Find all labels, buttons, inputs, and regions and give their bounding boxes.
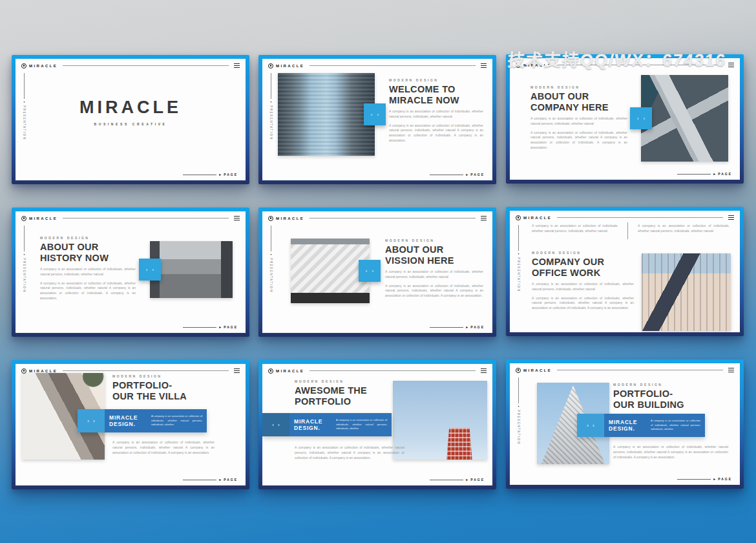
slide-thumbnail-building[interactable]: MIRACLE ▾ PRESENTATION MODERN DESIGN POR… bbox=[506, 359, 744, 489]
feature-banner: ‹ › MIRACLE DESIGN. A company is an asso… bbox=[78, 409, 207, 432]
prev-arrow-icon[interactable]: ‹ bbox=[272, 422, 274, 428]
carousel-nav[interactable]: ‹ › bbox=[78, 409, 105, 432]
slide-thumbnail-villa[interactable]: MIRACLE MODERN DESIGN PORTFOLIO-OUR THE … bbox=[12, 360, 249, 489]
carousel-nav[interactable]: ‹ › bbox=[630, 107, 652, 129]
banner-title: MIRACLE DESIGN. bbox=[109, 414, 147, 427]
slide-photo-office-building bbox=[642, 253, 731, 331]
banner-body: MIRACLE DESIGN. A company is an associat… bbox=[604, 414, 705, 437]
next-arrow-icon[interactable]: › bbox=[372, 268, 374, 274]
cover-subtitle: BUSINESS CREATIVE bbox=[16, 122, 246, 126]
slide-canvas: MIRACLE ▾ PRESENTATION ‹ › MODERN DESIGN… bbox=[262, 59, 492, 180]
slide-thumbnail-history[interactable]: MIRACLE ▾ PRESENTATION ‹ › MODERN DESIGN… bbox=[12, 208, 249, 337]
carousel-nav[interactable]: ‹ › bbox=[262, 413, 289, 436]
slide-canvas: MIRACLE MODERN DESIGN AWESOME THEPORTFOL… bbox=[262, 364, 492, 485]
next-arrow-icon[interactable]: › bbox=[377, 112, 379, 118]
slide-title: ABOUT OURCOMPANY HERE bbox=[530, 91, 627, 112]
carousel-nav[interactable]: ‹ › bbox=[359, 260, 381, 282]
body-paragraph: A company is an association or collectio… bbox=[389, 109, 483, 120]
slide-canvas: MIRACLE ▾ PRESENTATION ‹ › MODERN DESIGN… bbox=[262, 211, 492, 333]
slide-header: MIRACLE bbox=[268, 367, 487, 374]
prev-arrow-icon[interactable]: ‹ bbox=[587, 423, 589, 429]
slide-photo-red-building bbox=[393, 381, 487, 460]
prev-arrow-icon[interactable]: ‹ bbox=[371, 112, 373, 118]
slide-photo-city-street bbox=[278, 73, 375, 156]
text-block: MODERN DESIGN ABOUT OURCOMPANY HERE A co… bbox=[530, 85, 627, 151]
kicker-label: MODERN DESIGN bbox=[532, 251, 634, 255]
kicker-label: MODERN DESIGN bbox=[385, 239, 483, 242]
slide-thumbnail-company[interactable]: MIRACLE ‹ › MODERN DESIGN ABOUT OURCOMPA… bbox=[506, 54, 744, 184]
slide-thumbnail-office[interactable]: MIRACLE ▾ PRESENTATION A company is an a… bbox=[506, 207, 744, 336]
menu-icon[interactable] bbox=[481, 63, 487, 68]
prev-arrow-icon[interactable]: ‹ bbox=[87, 418, 89, 424]
menu-icon[interactable] bbox=[728, 215, 734, 220]
slide-title: PORTFOLIO-OUR THE VILLA bbox=[112, 380, 242, 401]
slide-header: MIRACLE bbox=[21, 215, 240, 222]
body-block: A company is an association or collectio… bbox=[112, 440, 215, 455]
brand-name: MIRACLE bbox=[29, 64, 58, 68]
menu-icon[interactable] bbox=[728, 368, 734, 372]
body-paragraph: A company is an association or collectio… bbox=[613, 445, 728, 460]
banner-body: MIRACLE DESIGN. A company is an associat… bbox=[289, 413, 392, 436]
page-footer: ▸ PAGE bbox=[183, 478, 238, 482]
menu-icon[interactable] bbox=[481, 216, 487, 220]
side-marker: ▾ PRESENTATION bbox=[517, 225, 520, 292]
slide-title: ABOUT OURVISSION HERE bbox=[385, 244, 483, 266]
side-label: PRESENTATION bbox=[517, 257, 520, 292]
page-footer: ▸ PAGE bbox=[430, 173, 485, 176]
column-divider bbox=[627, 222, 628, 239]
slide-thumbnail-cover[interactable]: MIRACLE ▾ PRESENTATION MIRACLE BUSINESS … bbox=[12, 55, 249, 184]
prev-arrow-icon[interactable]: ‹ bbox=[366, 268, 368, 274]
body-paragraph: A company is an association or collectio… bbox=[389, 123, 483, 144]
next-arrow-icon[interactable]: › bbox=[278, 422, 280, 428]
next-arrow-icon[interactable]: › bbox=[644, 116, 646, 122]
side-marker: ▾ PRESENTATION bbox=[23, 226, 26, 293]
brand-name: MIRACLE bbox=[523, 216, 552, 220]
cover-block: MIRACLE BUSINESS CREATIVE bbox=[16, 98, 246, 126]
next-arrow-icon[interactable]: › bbox=[152, 267, 154, 273]
brand-logo-icon bbox=[21, 216, 26, 221]
side-marker: ▾ PRESENTATION bbox=[269, 73, 273, 140]
prev-arrow-icon[interactable]: ‹ bbox=[146, 267, 148, 273]
menu-icon[interactable] bbox=[234, 63, 240, 68]
body-paragraph: A company is an association or collectio… bbox=[532, 282, 634, 292]
slide-header: MIRACLE bbox=[268, 215, 487, 222]
carousel-nav[interactable]: ‹ › bbox=[139, 259, 161, 281]
menu-icon[interactable] bbox=[234, 368, 240, 373]
photo-building-detail bbox=[446, 428, 472, 460]
side-label: PRESENTATION bbox=[23, 105, 26, 140]
header-divider bbox=[63, 65, 229, 66]
menu-icon[interactable] bbox=[481, 368, 487, 373]
kicker-label: MODERN DESIGN bbox=[112, 374, 242, 378]
header-divider bbox=[310, 218, 476, 218]
slide-canvas: MIRACLE ▾ PRESENTATION MODERN DESIGN POR… bbox=[510, 363, 740, 485]
kicker-label: MODERN DESIGN bbox=[40, 236, 136, 240]
slide-title: ABOUT OURHISTORY NOW bbox=[40, 242, 136, 263]
next-arrow-icon[interactable]: › bbox=[593, 423, 594, 429]
body-paragraph: A company is an association or collectio… bbox=[40, 267, 136, 277]
page-label: PAGE bbox=[718, 477, 732, 481]
next-arrow-icon[interactable]: › bbox=[93, 418, 95, 424]
slide-thumbnail-welcome[interactable]: MIRACLE ▾ PRESENTATION ‹ › MODERN DESIGN… bbox=[258, 55, 496, 184]
page-label: PAGE bbox=[470, 173, 485, 176]
text-block: MODERN DESIGN WELCOME TOMIRACLE NOW A co… bbox=[389, 78, 483, 144]
menu-icon[interactable] bbox=[234, 216, 240, 220]
carousel-nav[interactable]: ‹ › bbox=[364, 103, 386, 125]
text-block: MODERN DESIGN PORTFOLIO-OUR BUILDING bbox=[613, 383, 735, 410]
brand-logo-icon bbox=[268, 368, 273, 374]
text-block: MODERN DESIGN AWESOME THEPORTFOLIO bbox=[295, 379, 398, 407]
slide-thumbnail-vission[interactable]: MIRACLE ▾ PRESENTATION ‹ › MODERN DESIGN… bbox=[258, 208, 496, 337]
prev-arrow-icon[interactable]: ‹ bbox=[637, 116, 639, 122]
banner-body: MIRACLE DESIGN. A company is an associat… bbox=[105, 409, 207, 432]
body-paragraph: A company is an association or collectio… bbox=[532, 224, 618, 234]
banner-text: A company is an association or collectio… bbox=[151, 414, 202, 427]
brand-name: MIRACLE bbox=[276, 217, 304, 220]
page-footer: ▸ PAGE bbox=[183, 325, 238, 329]
body-paragraph: A company is an association or collectio… bbox=[532, 296, 634, 311]
brand-logo-icon bbox=[268, 216, 273, 221]
body-paragraph: A company is an association or collectio… bbox=[638, 224, 730, 234]
slide-photo-modern-building bbox=[291, 239, 370, 303]
carousel-nav[interactable]: ‹ › bbox=[577, 414, 604, 437]
side-label: PRESENTATION bbox=[269, 105, 273, 140]
slide-thumbnail-portfolio[interactable]: MIRACLE MODERN DESIGN AWESOME THEPORTFOL… bbox=[258, 360, 496, 489]
slide-title: PORTFOLIO-OUR BUILDING bbox=[613, 389, 735, 410]
